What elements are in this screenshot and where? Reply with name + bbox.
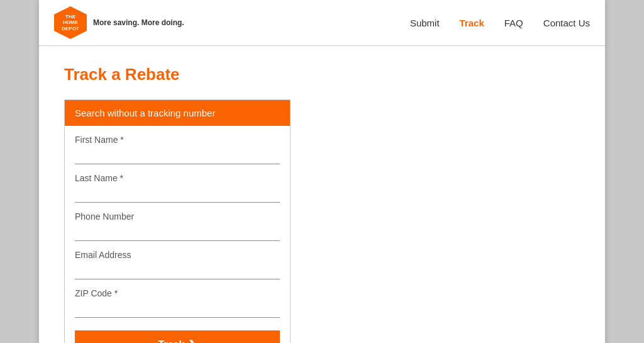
phone-field: Phone Number: [75, 211, 280, 241]
logo-tagline: More saving. More doing.: [93, 18, 184, 27]
email-label: Email Address: [75, 250, 280, 260]
chevron-right-icon: ❯: [188, 339, 196, 343]
main-nav: Submit Track FAQ Contact Us: [410, 18, 590, 28]
nav-item-contact[interactable]: Contact Us: [543, 18, 590, 28]
form-section-header: Search without a tracking number: [65, 100, 290, 126]
phone-label: Phone Number: [75, 211, 280, 222]
page-title: Track a Rebate: [64, 65, 580, 84]
email-input[interactable]: [75, 261, 280, 279]
form-body: First Name * Last Name * Phone Number Em…: [65, 135, 290, 343]
nav-item-faq[interactable]: FAQ: [504, 18, 523, 28]
nav-item-submit[interactable]: Submit: [410, 18, 440, 28]
last-name-input[interactable]: [75, 184, 280, 203]
home-depot-logo: THE HOME DEPOT: [54, 6, 87, 39]
first-name-field: First Name *: [75, 135, 280, 164]
track-button[interactable]: Track ❯: [75, 330, 280, 343]
main-content: Track a Rebate Search without a tracking…: [39, 46, 605, 343]
first-name-input[interactable]: [75, 146, 280, 164]
form-card: Search without a tracking number First N…: [64, 99, 291, 343]
zip-label: ZIP Code *: [75, 288, 280, 298]
last-name-field: Last Name *: [75, 173, 280, 203]
last-name-label: Last Name *: [75, 173, 280, 183]
nav-item-track[interactable]: Track: [460, 18, 484, 28]
logo-area: THE HOME DEPOT More saving. More doing.: [54, 6, 184, 39]
zip-field: ZIP Code *: [75, 288, 280, 318]
page-wrapper: THE HOME DEPOT More saving. More doing. …: [39, 0, 605, 343]
header: THE HOME DEPOT More saving. More doing. …: [39, 0, 605, 46]
phone-input[interactable]: [75, 223, 280, 241]
zip-input[interactable]: [75, 300, 280, 318]
first-name-label: First Name *: [75, 135, 280, 145]
email-field: Email Address: [75, 250, 280, 279]
